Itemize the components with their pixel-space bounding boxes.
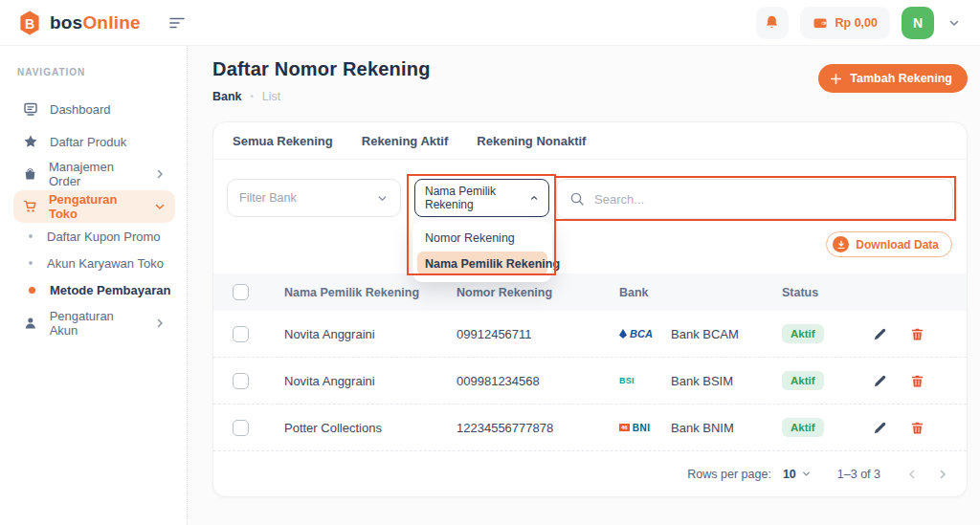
user-icon [23,316,38,331]
wallet-balance[interactable]: Rp 0,00 [800,7,890,39]
row-checkbox[interactable] [233,373,249,389]
col-header-number: Nomor Rekening [457,286,619,299]
bca-bank-logo: BCA [619,328,661,339]
breadcrumb-list: List [262,90,280,103]
brand-hexagon-icon: B [17,11,42,35]
rows-per-page-label: Rows per page: [687,468,771,481]
plus-icon [830,73,842,85]
sidebar-subitem-daftar-kupon-promo[interactable]: Daftar Kupon Promo [13,223,175,250]
dashboard-icon [23,101,38,117]
tab-semua-rekening[interactable]: Semua Rekening [233,134,333,148]
pagination-next-button[interactable] [936,468,949,481]
cell-owner-name: Novita Anggraini [284,327,457,341]
sidebar-subitem-metode-pembayaran[interactable]: Metode Pembayaran [13,276,175,303]
main-content: Daftar Nomor Rekening Bank • List Tambah… [188,46,980,525]
trash-icon [910,327,924,341]
bsi-bank-logo: BSI [619,376,661,385]
status-badge: Aktif [782,324,824,343]
search-input[interactable] [594,192,940,207]
sidebar-item-dashboard[interactable]: Dashboard [13,93,175,125]
breadcrumb-bank[interactable]: Bank [212,90,242,103]
chevron-up-icon [529,192,539,204]
bullet-dot-icon [29,261,33,265]
cell-owner-name: Novita Anggraini [284,374,457,388]
table-row: Novita Anggraini 009981234568 BSI Bank B… [213,358,967,405]
sidebar: NAVIGATION Dashboard Daftar Produk Manaj… [0,46,188,525]
search-type-select[interactable]: Nama Pemilik Rekening [414,179,549,217]
col-header-name: Nama Pemilik Rekening [284,286,457,299]
col-header-status: Status [782,286,873,299]
topbar: B bosOnline Rp 0,00 N [0,0,980,46]
cell-bank-name: Bank BSIM [671,374,733,388]
notifications-button[interactable] [756,7,789,39]
pencil-icon [873,374,887,388]
bca-drop-icon [619,329,627,339]
pagination-prev-button[interactable] [905,468,919,481]
rows-per-page-select[interactable]: 10 [783,468,812,481]
download-data-button[interactable]: Download Data [826,231,952,257]
bni-bank-logo: 46BNI [619,423,661,433]
delete-button[interactable] [910,327,924,341]
cell-bank-name: Bank BCAM [671,327,739,341]
delete-button[interactable] [910,374,924,388]
filter-bank-select[interactable]: Filter Bank [227,179,401,217]
profile-menu-chevron[interactable] [947,16,961,30]
add-rekening-button[interactable]: Tambah Rekening [818,64,968,93]
search-type-dropdown-menu: Nomor Rekening Nama Pemilik Rekening [412,221,552,282]
cell-account-number: 09912456711 [457,327,619,341]
sidebar-subitem-akun-karyawan-toko[interactable]: Akun Karyawan Toko [13,250,175,276]
wallet-icon [813,15,828,31]
sidebar-item-pengaturan-akun[interactable]: Pengaturan Akun [13,307,175,339]
rekening-card: Semua Rekening Rekening Aktif Rekening N… [212,121,968,497]
search-icon [569,191,585,207]
sidebar-item-pengaturan-toko[interactable]: Pengaturan Toko [13,190,175,223]
chevron-down-icon [801,469,812,479]
breadcrumb-separator: • [251,92,254,101]
bell-icon [764,14,780,31]
wallet-balance-text: Rp 0,00 [835,16,878,30]
chevron-down-icon [947,16,961,30]
chevron-down-icon [376,192,389,205]
edit-button[interactable] [873,374,887,388]
select-all-checkbox[interactable] [233,284,249,300]
edit-button[interactable] [873,421,887,435]
avatar[interactable]: N [902,7,934,39]
status-badge: Aktif [782,371,824,390]
chevron-right-icon [154,317,166,329]
sidebar-item-daftar-produk[interactable]: Daftar Produk [13,125,175,158]
option-nama-pemilik-rekening[interactable]: Nama Pemilik Rekening [417,252,547,275]
rekening-table: Nama Pemilik Rekening Nomor Rekening Ban… [213,273,967,451]
bullet-dot-icon [29,234,33,238]
brand-logo[interactable]: B bosOnline [17,11,159,35]
delete-button[interactable] [910,421,924,435]
pagination: Rows per page: 10 1–3 of 3 [213,451,967,496]
edit-button[interactable] [873,327,887,341]
cell-owner-name: Potter Collections [284,421,457,435]
sidebar-collapse-icon[interactable] [168,16,186,30]
chevron-right-icon [154,168,166,180]
row-checkbox[interactable] [233,326,249,342]
table-row: Potter Collections 12234556777878 46BNI … [213,405,967,451]
row-checkbox[interactable] [233,420,249,436]
col-header-bank: Bank [619,286,782,299]
sidebar-item-manajemen-order[interactable]: Manajemen Order [13,158,175,190]
tab-bar: Semua Rekening Rekening Aktif Rekening N… [213,122,967,160]
pencil-icon [873,421,887,435]
pencil-icon [873,327,887,341]
status-badge: Aktif [782,418,824,437]
cell-bank-name: Bank BNIM [671,421,734,435]
trash-icon [910,421,924,435]
page-title: Daftar Nomor Rekening [212,58,431,80]
bag-icon [23,166,37,182]
trash-icon [910,374,924,388]
pagination-range: 1–3 of 3 [837,468,880,481]
chevron-right-icon [936,468,949,481]
cart-icon [23,199,37,214]
option-nomor-rekening[interactable]: Nomor Rekening [417,226,547,250]
svg-text:B: B [25,15,34,31]
search-box [556,179,953,219]
tab-rekening-aktif[interactable]: Rekening Aktif [362,134,449,148]
tab-rekening-nonaktif[interactable]: Rekening Nonaktif [477,134,586,148]
brand-name: bosOnline [50,12,141,33]
nav-section-label: NAVIGATION [17,67,175,77]
